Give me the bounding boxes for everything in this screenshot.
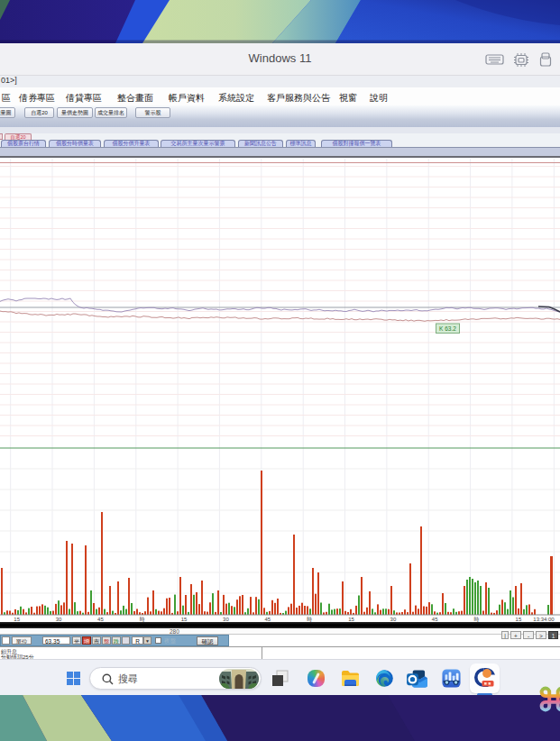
- svg-text:時: 時: [307, 617, 312, 622]
- svg-text:13:34:00: 13:34:00: [533, 617, 555, 622]
- svg-text:30: 30: [390, 617, 397, 622]
- svg-text:45: 45: [432, 617, 438, 622]
- svg-text:45: 45: [264, 617, 271, 622]
- svg-text:15: 15: [14, 617, 20, 622]
- svg-text:15: 15: [516, 617, 522, 622]
- svg-text:45: 45: [97, 617, 104, 622]
- svg-text:30: 30: [56, 617, 62, 622]
- svg-text:15: 15: [181, 617, 188, 622]
- svg-text:時: 時: [140, 617, 145, 622]
- svg-text:30: 30: [223, 617, 229, 622]
- svg-text:K 63.2: K 63.2: [439, 325, 456, 332]
- svg-text:15: 15: [348, 617, 354, 622]
- svg-text:時: 時: [474, 617, 480, 622]
